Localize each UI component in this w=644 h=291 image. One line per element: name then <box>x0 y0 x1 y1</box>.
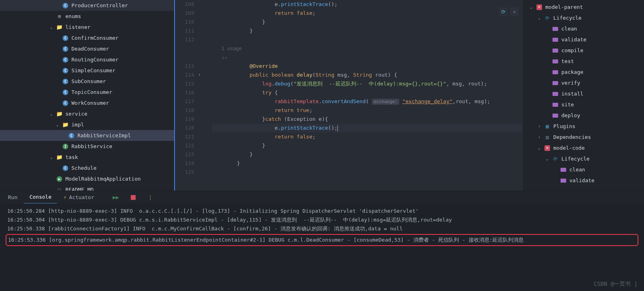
author-hint[interactable]: ↓↗ <box>212 55 227 60</box>
code-line[interactable]: } <box>212 159 523 168</box>
tab-console[interactable]: Console <box>24 191 57 204</box>
override-marker-icon[interactable]: ⬆ <box>198 71 201 79</box>
maven-panel[interactable]: ⌄mmodel-parent⌄⟳Lifecyclecleanvalidateco… <box>523 0 644 191</box>
maven-label: test <box>561 58 574 64</box>
code-line[interactable]: e.printStackTrace(); <box>212 0 523 9</box>
tree-item-simpleconsumer[interactable]: CSimpleConsumer <box>0 65 174 76</box>
console-line[interactable]: 16:25:50.304 [http-nio-8889-exec-3] DEBU… <box>7 216 637 224</box>
folder-icon: 📁 <box>56 111 63 117</box>
tree-item-rabbitservice[interactable]: IRabbitService <box>0 141 174 152</box>
code-line[interactable]: return true; <box>212 106 523 115</box>
interface-icon: I <box>63 144 68 149</box>
maven-item-validate[interactable]: validate <box>523 175 644 186</box>
maven-item-model-code[interactable]: ⌄mmodel-code <box>523 142 644 153</box>
maven-item-deploy[interactable]: deploy <box>523 110 644 121</box>
code-line[interactable]: try { <box>212 88 523 97</box>
close-icon[interactable]: ✕ <box>510 7 519 16</box>
plugins-icon: ▦ <box>544 123 551 129</box>
class-icon: C <box>63 35 68 41</box>
code-line[interactable]: } <box>212 26 523 35</box>
bottom-toolbar: Run Console ⚡ Actuator ▶▶ ⋮ <box>0 191 644 203</box>
tree-item-schedule[interactable]: CSchedule <box>0 163 174 173</box>
code-line[interactable]: @Override <box>212 62 523 71</box>
tree-label: SubConsumer <box>71 78 106 84</box>
console-output[interactable]: 16:25:50.284 [http-nio-8889-exec-3] INFO… <box>0 203 644 291</box>
maven-label: package <box>561 69 583 75</box>
console-line[interactable]: 16:25:53.336 [org.springframework.amqp.r… <box>6 234 638 246</box>
tree-item-listener[interactable]: ⌄📁listener <box>0 22 174 33</box>
console-line[interactable]: 16:25:50.338 [rabbitConnectionFactory1] … <box>7 224 637 233</box>
code-line[interactable] <box>212 35 523 44</box>
tree-item-routingconsumer[interactable]: CRoutingConsumer <box>0 54 174 65</box>
stop-button[interactable] <box>125 191 141 204</box>
gutter-line: 118 <box>175 106 194 115</box>
gutter-line: 123 <box>175 150 194 159</box>
class-icon: C <box>63 68 68 73</box>
run-button[interactable]: ▶▶ <box>107 191 125 204</box>
gutter-line: 109 <box>175 9 194 18</box>
maven-icon: m <box>544 145 550 151</box>
code-line[interactable]: } <box>212 18 523 26</box>
maven-item-clean[interactable]: clean <box>523 164 644 175</box>
tree-item-readme.md[interactable]: ▢README.MD <box>0 184 174 191</box>
maven-item-verify[interactable]: verify <box>523 77 644 88</box>
maven-label: Lifecycle <box>561 156 589 162</box>
console-line[interactable]: 16:25:50.284 [http-nio-8889-exec-3] INFO… <box>7 207 637 216</box>
maven-label: Dependencies <box>553 134 591 140</box>
tree-item-workconsumer[interactable]: CWorkConsumer <box>0 98 174 108</box>
more-button[interactable]: ⋮ <box>142 191 158 204</box>
line-gutter: 108109110111112113114⬆115116117118119120… <box>174 0 200 191</box>
code-line[interactable]: } <box>212 150 523 159</box>
code-line[interactable]: e.printStackTrace(); <box>212 124 523 132</box>
tab-actuator[interactable]: ⚡ Actuator <box>58 191 100 204</box>
tree-item-rabbitserviceimpl[interactable]: CRabbitServiceImpl <box>0 130 174 141</box>
maven-label: Lifecycle <box>553 15 581 21</box>
maven-item-clean[interactable]: clean <box>523 23 644 34</box>
tree-item-modelrabbitmqapplication[interactable]: ▶ModelRabbitmqApplication <box>0 173 174 184</box>
tree-label: RabbitServiceImpl <box>77 132 131 138</box>
tree-item-deadconsumer[interactable]: CDeadConsumer <box>0 43 174 54</box>
gutter-line: 112 <box>175 35 194 44</box>
code-line[interactable]: ↓↗ <box>212 53 523 62</box>
code-content[interactable]: e.printStackTrace(); return false; } }1 … <box>200 0 523 191</box>
usage-hint[interactable]: 1 usage <box>212 46 242 51</box>
code-line[interactable] <box>212 168 523 177</box>
maven-item-model-parent[interactable]: ⌄mmodel-parent <box>523 2 644 12</box>
tree-item-task[interactable]: ⌄📁task <box>0 152 174 163</box>
maven-item-compile[interactable]: compile <box>523 45 644 56</box>
code-line[interactable]: log.debug("发送消息到 --延迟队列-- 中(delay):msg={… <box>212 79 523 88</box>
maven-item-plugins[interactable]: ›▦Plugins <box>523 121 644 132</box>
tree-label: DeadConsumer <box>71 46 109 52</box>
maven-label: clean <box>569 167 585 173</box>
code-line[interactable]: }catch (Exception e){ <box>212 115 523 124</box>
tab-run[interactable]: Run <box>2 191 23 204</box>
gutter-line: 111 <box>175 26 194 35</box>
tree-item-impl[interactable]: ⌄📁impl <box>0 119 174 130</box>
code-line[interactable]: return false; <box>212 132 523 141</box>
maven-item-package[interactable]: package <box>523 67 644 77</box>
maven-item-test[interactable]: test <box>523 56 644 67</box>
code-line[interactable]: public boolean delay(String msg, String … <box>212 71 523 79</box>
maven-item-dependencies[interactable]: ›▥Dependencies <box>523 132 644 142</box>
tree-item-service[interactable]: ⌄📁service <box>0 108 174 119</box>
tree-item-producercontroller[interactable]: CProducerController <box>0 0 174 11</box>
code-line[interactable]: return false; <box>212 9 523 18</box>
tree-item-topicconsumer[interactable]: CTopicConsumer <box>0 87 174 98</box>
code-line[interactable]: } <box>212 141 523 150</box>
tree-label: TopicConsumer <box>71 89 112 95</box>
class-icon: C <box>63 79 68 84</box>
code-line[interactable]: rabbitTemplate.convertAndSend( exchange:… <box>212 97 523 106</box>
code-line[interactable]: 1 usage <box>212 44 523 53</box>
tree-item-enums[interactable]: ▦enums <box>0 11 174 22</box>
reader-mode-icon[interactable]: ⟳ <box>499 7 508 16</box>
project-tree[interactable]: CProducerController▦enums⌄📁listenerCConf… <box>0 0 174 191</box>
maven-item-install[interactable]: install <box>523 88 644 99</box>
tree-item-confirmconsumer[interactable]: CConfirmConsumer <box>0 33 174 43</box>
code-editor[interactable]: 108109110111112113114⬆115116117118119120… <box>174 0 523 191</box>
tree-item-subconsumer[interactable]: CSubConsumer <box>0 76 174 87</box>
maven-item-validate[interactable]: validate <box>523 34 644 45</box>
maven-item-lifecycle[interactable]: ⌄⟳Lifecycle <box>523 153 644 164</box>
gutter-line: 120 <box>175 124 194 132</box>
maven-item-site[interactable]: site <box>523 99 644 110</box>
maven-item-lifecycle[interactable]: ⌄⟳Lifecycle <box>523 12 644 23</box>
